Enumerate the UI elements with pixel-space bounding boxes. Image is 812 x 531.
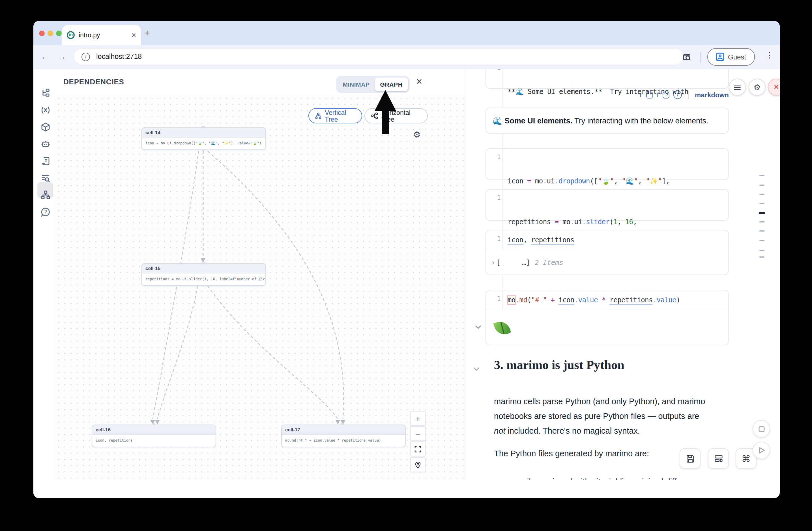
clipped-line: easily versioned with git, yielding mini…	[514, 474, 731, 480]
cell-marker[interactable]	[759, 230, 765, 231]
browser-tab[interactable]: m intro.py ✕	[62, 25, 141, 45]
toggle-r-label: r	[640, 91, 642, 99]
tab-minimap[interactable]: MINIMAP	[338, 81, 375, 88]
graph-node-cell-15[interactable]: cell-15 repetitions = mo.ui.slider(1, 16…	[142, 263, 266, 286]
scratchpad-search-icon[interactable]	[41, 173, 50, 183]
section-heading: 3. marimo is just Python	[494, 358, 624, 373]
toggle-divider	[688, 90, 688, 99]
node-title: cell-16	[92, 425, 216, 435]
site-info-icon[interactable]: i	[82, 52, 90, 61]
view-segmented-control: MINIMAP GRAPH	[336, 76, 410, 93]
traffic-close-button[interactable]	[39, 31, 45, 36]
locate-button[interactable]	[410, 457, 425, 472]
play-icon	[758, 447, 765, 454]
bracket-close: ]	[526, 259, 530, 267]
address-bar[interactable]: i localhost:2718	[74, 49, 683, 64]
profile-label: Guest	[728, 53, 746, 61]
cell-marker[interactable]	[759, 175, 765, 176]
info-icon[interactable]: i	[673, 90, 682, 99]
browser-toolbar: ← → ↻ i localhost:2718 Guest ⋮	[33, 45, 780, 70]
vertical-tree-label: Vertical Tree	[325, 109, 356, 123]
dependencies-panel: DEPENDENCIES MINIMAP GRAPH ✕	[56, 69, 466, 480]
horizontal-tree-icon	[371, 112, 378, 119]
layout-toggle-button[interactable]	[708, 448, 729, 469]
node-code: icon, repetitions	[92, 435, 216, 446]
code-line: icon, repetitions	[508, 234, 574, 246]
graph-node-cell-16[interactable]: cell-16 icon, repetitions	[92, 425, 216, 447]
code-editor[interactable]: mo.md("# " + icon.value * repetitions.va…	[503, 290, 685, 310]
tab-close-icon[interactable]: ✕	[131, 31, 136, 39]
vertical-tree-button[interactable]: Vertical Tree	[308, 108, 362, 124]
cell-md-call[interactable]: 1 mo.md("# " + icon.value * repetitions.…	[485, 290, 729, 345]
plus-icon: +	[415, 414, 420, 423]
panel-title: DEPENDENCIES	[63, 77, 124, 86]
save-icon	[685, 454, 695, 463]
variables-icon[interactable]	[41, 105, 50, 115]
layout-grid-icon	[714, 454, 723, 463]
save-button[interactable]	[680, 448, 700, 469]
file-explorer-icon[interactable]	[41, 88, 50, 98]
cell-marker[interactable]	[759, 256, 765, 258]
graph-canvas[interactable]: Vertical Tree Horizontal Tree ⚙ cell-14 …	[56, 95, 466, 480]
ai-assistant-icon[interactable]	[41, 139, 50, 149]
run-button[interactable]	[753, 442, 770, 459]
fullscreen-icon	[414, 445, 422, 453]
traffic-minimize-button[interactable]	[47, 31, 53, 36]
toolbar-divider	[700, 52, 700, 63]
logs-icon[interactable]	[41, 156, 50, 166]
packages-icon[interactable]	[41, 122, 50, 132]
back-icon[interactable]: ←	[41, 52, 49, 61]
code-editor[interactable]: icon, repetitions	[503, 230, 579, 250]
cell-marker[interactable]	[759, 240, 765, 241]
cell-marker[interactable]	[759, 221, 765, 223]
forward-icon[interactable]: →	[58, 52, 66, 61]
toggle-f-label: f	[657, 91, 659, 99]
section-line: The Python files generated by marimo are…	[494, 446, 711, 461]
cell-slider[interactable]: 1 repetitions = mo.ui.slider(1, 16, labe…	[485, 189, 729, 221]
notebook-settings-button[interactable]: ⚙	[749, 79, 766, 96]
line-number: 1	[486, 290, 501, 310]
desktop: m intro.py ✕ + ← → ↻ i localhost:2718 Gu…	[0, 0, 812, 531]
cell-marker[interactable]	[759, 193, 765, 195]
help-icon[interactable]: ?	[41, 207, 50, 217]
notebook-menu-button[interactable]	[729, 79, 746, 96]
zoom-in-button[interactable]: +	[410, 411, 425, 426]
graph-settings-icon[interactable]: ⚙	[413, 130, 421, 140]
cell-dropdown[interactable]: 1 icon = mo.ui.dropdown(["🍃", "🌊", "✨"],…	[485, 148, 729, 180]
dependency-graph-icon[interactable]	[41, 190, 50, 200]
zoom-out-button[interactable]: −	[410, 426, 425, 441]
cell-marker[interactable]	[759, 250, 765, 251]
language-mode-label[interactable]: markdown	[695, 91, 729, 99]
hamburger-icon	[734, 85, 741, 90]
tab-graph[interactable]: GRAPH	[375, 77, 408, 91]
browser-tabstrip: m intro.py ✕ +	[33, 21, 780, 45]
panel-close-icon[interactable]: ✕	[416, 77, 422, 86]
horizontal-tree-button[interactable]: Horizontal Tree	[364, 108, 428, 124]
search-tabs-icon[interactable]	[682, 52, 692, 62]
node-code: icon = mo.ui.dropdown(["🍃", "🌊", "✨"], v…	[142, 138, 265, 149]
node-title: cell-14	[142, 128, 265, 138]
graph-node-cell-14[interactable]: cell-14 icon = mo.ui.dropdown(["🍃", "🌊",…	[142, 127, 266, 150]
expression-output: › [ … ] 2 Items	[486, 250, 728, 275]
items-count-label: 2 Items	[535, 259, 563, 267]
cell-md-source[interactable]: 1 **🌊 Some UI elements.** Try interactin…	[485, 69, 729, 89]
expand-chevron-icon[interactable]: ›	[491, 259, 495, 267]
collapse-chevron-icon[interactable]	[475, 325, 481, 329]
cell-marker[interactable]	[759, 185, 765, 186]
cell-marker-active[interactable]	[759, 212, 765, 214]
browser-menu-icon[interactable]: ⋮	[766, 51, 773, 59]
section-collapse-chevron-icon[interactable]	[473, 367, 480, 371]
cell-expression[interactable]: 1 icon, repetitions › [ … ] 2 Items	[485, 230, 729, 275]
toggle-r-checkbox[interactable]	[646, 91, 653, 98]
toggle-f-checkbox[interactable]	[663, 91, 669, 98]
graph-node-cell-17[interactable]: cell-17 mo.md("# " + icon.value * repeti…	[281, 425, 406, 447]
collapsed-dots[interactable]: …	[522, 259, 526, 267]
traffic-zoom-button[interactable]	[56, 31, 62, 36]
profile-button[interactable]: Guest	[707, 48, 755, 66]
new-tab-button[interactable]: +	[144, 28, 150, 38]
md-output: 🌊 Some UI elements. Try interacting with…	[485, 107, 729, 133]
stop-button[interactable]	[753, 420, 770, 437]
fit-view-button[interactable]	[410, 442, 425, 456]
svg-text:?: ?	[44, 209, 47, 215]
cell-marker[interactable]	[759, 203, 765, 204]
